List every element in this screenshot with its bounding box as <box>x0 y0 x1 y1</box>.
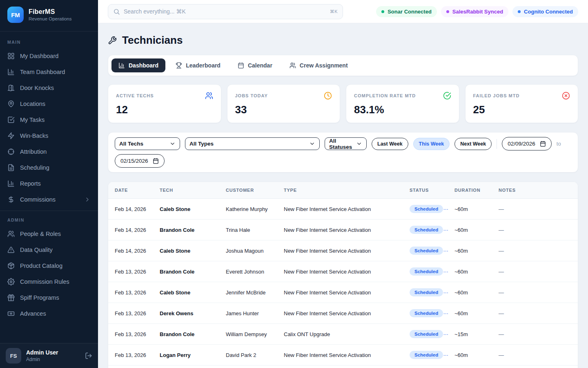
status-badge: Scheduled <box>410 330 443 338</box>
cell-duration: ~60m <box>448 303 492 324</box>
search-input[interactable] <box>124 8 326 15</box>
filter-divider <box>497 139 497 149</box>
date-range-to-label: to <box>557 141 561 147</box>
date-to-value: 02/15/2026 <box>120 158 148 164</box>
cell-type: New Fiber Internet Service Activation <box>277 303 403 324</box>
users-icon <box>290 62 296 69</box>
table-row: Feb 13, 2026Logan PerryMatt ShortCalix O… <box>108 366 578 368</box>
cell-date: Feb 14, 2026 <box>108 240 153 261</box>
sidebar-item-team-dashboard[interactable]: Team Dashboard <box>0 64 98 80</box>
sidebar-item-reports[interactable]: Reports <box>0 175 98 191</box>
cell-type: New Fiber Internet Service Activation <box>277 220 403 240</box>
logout-icon[interactable] <box>85 352 92 359</box>
sidebar-item-my-tasks[interactable]: My Tasks <box>0 112 98 128</box>
cell-customer: William Dempsey <box>219 324 277 345</box>
last-week-button[interactable]: Last Week <box>372 138 408 150</box>
users-icon <box>7 230 15 238</box>
bar-chart-icon <box>7 68 15 76</box>
wrench-icon <box>108 36 117 45</box>
sidebar-item-attribution[interactable]: Attribution <box>0 144 98 159</box>
sidebar-item-spiff-programs[interactable]: Spiff Programs <box>0 289 98 305</box>
sidebar-item-label: Reports <box>20 180 41 187</box>
date-to-input[interactable]: 02/15/2026 <box>115 154 165 168</box>
status-dot <box>381 10 384 13</box>
sidebar-item-label: People & Roles <box>20 231 61 237</box>
cell-notes: — <box>492 366 578 368</box>
page-content: Technicians DashboardLeaderboardCalendar… <box>98 23 588 368</box>
calendar-icon <box>540 141 546 147</box>
cell-duration: ~60m <box>448 261 492 282</box>
sidebar-item-scheduling[interactable]: Scheduling <box>0 159 98 175</box>
topbar: ⌘K Sonar ConnectedSalesRabbit SyncedCogn… <box>98 0 588 23</box>
chevron-down-icon <box>356 141 362 147</box>
cell-duration: ~60m <box>448 240 492 261</box>
tab-dashboard[interactable]: Dashboard <box>111 58 165 72</box>
status-badge: Scheduled <box>410 309 443 317</box>
status-badge: Scheduled <box>410 351 443 359</box>
status-badge: Scheduled <box>410 288 443 296</box>
sidebar-item-label: Commission Rules <box>20 278 69 285</box>
brand-logo: FM <box>7 7 24 23</box>
table-row: Feb 14, 2026Caleb StoneJoshua MagounNew … <box>108 240 578 261</box>
sidebar-item-label: Advances <box>20 310 46 317</box>
cell-customer: Matt Short <box>219 366 277 368</box>
next-week-button[interactable]: Next Week <box>454 138 492 150</box>
cell-notes: — <box>492 199 578 220</box>
cell-duration: ~60m <box>448 345 492 366</box>
sidebar-item-product-catalog[interactable]: Product Catalog <box>0 258 98 274</box>
cell-customer: Everett Johnson <box>219 261 277 282</box>
chevron-down-icon <box>309 141 315 147</box>
date-from-input[interactable]: 02/09/2026 <box>502 137 552 150</box>
alert-triangle-icon <box>7 246 15 254</box>
door-open-icon <box>7 84 15 92</box>
tab-calendar[interactable]: Calendar <box>231 58 279 72</box>
cell-tech: Logan Perry <box>153 345 219 366</box>
sidebar-item-commission-rules[interactable]: Commission Rules <box>0 274 98 289</box>
column-header-type: TYPE <box>277 182 403 199</box>
sidebar-item-commissions[interactable]: Commissions <box>0 191 98 207</box>
sidebar-item-door-knocks[interactable]: Door Knocks <box>0 80 98 96</box>
x-circle-icon <box>562 92 570 100</box>
calendar-icon <box>238 62 244 69</box>
footer-user-role: Admin <box>26 357 58 362</box>
users-icon <box>205 92 213 100</box>
cell-type: Calix ONT Upgrade <box>277 366 403 368</box>
search-box[interactable]: ⌘K <box>108 4 343 19</box>
sidebar-item-locations[interactable]: Locations <box>0 96 98 112</box>
cell-customer: Katherine Murphy <box>219 199 277 220</box>
cell-tech: Brandon Cole <box>153 220 219 240</box>
cell-customer: James Hunter <box>219 303 277 324</box>
stat-value: 25 <box>473 103 570 116</box>
tech-filter-select[interactable]: All Techs <box>115 137 180 150</box>
tab-crew-assignment[interactable]: Crew Assignment <box>283 58 355 72</box>
stat-card-active-techs: ACTIVE TECHS12 <box>108 84 221 123</box>
cell-status: Scheduled <box>403 324 448 345</box>
brand-name: FiberMS <box>29 8 71 16</box>
chevron-down-icon <box>169 141 176 147</box>
this-week-button[interactable]: This Week <box>413 138 450 150</box>
cell-type: New Fiber Internet Service Activation <box>277 199 403 220</box>
sidebar-item-label: My Tasks <box>20 117 45 123</box>
cell-status: Scheduled <box>403 282 448 303</box>
badge-label: Cognito Connected <box>524 9 573 15</box>
sidebar-item-win-backs[interactable]: Win-Backs <box>0 128 98 144</box>
sidebar-item-my-dashboard[interactable]: My Dashboard <box>0 48 98 64</box>
type-filter-select[interactable]: All Types <box>185 137 320 150</box>
status-filter-select[interactable]: All Statuses <box>325 137 367 150</box>
stat-label: COMPLETION RATE MTD <box>354 93 416 98</box>
avatar: FS <box>6 348 21 364</box>
file-text-icon <box>7 164 15 171</box>
status-badges: Sonar ConnectedSalesRabbit SyncedCognito… <box>376 6 578 17</box>
tab-leaderboard[interactable]: Leaderboard <box>169 58 227 72</box>
sidebar-item-data-quality[interactable]: Data Quality <box>0 242 98 258</box>
sidebar-item-advances[interactable]: Advances <box>0 305 98 321</box>
badge-label: SalesRabbit Synced <box>452 9 503 15</box>
cell-date: Feb 14, 2026 <box>108 220 153 240</box>
check-circle-icon <box>443 92 451 100</box>
banknote-icon <box>7 310 15 317</box>
table-row: Feb 13, 2026Derek OwensJames HunterNew F… <box>108 303 578 324</box>
cell-duration: ~60m <box>448 220 492 240</box>
sidebar-item-people-roles[interactable]: People & Roles <box>0 226 98 242</box>
cell-notes: — <box>492 240 578 261</box>
table-body: Feb 14, 2026Caleb StoneKatherine MurphyN… <box>108 199 578 368</box>
